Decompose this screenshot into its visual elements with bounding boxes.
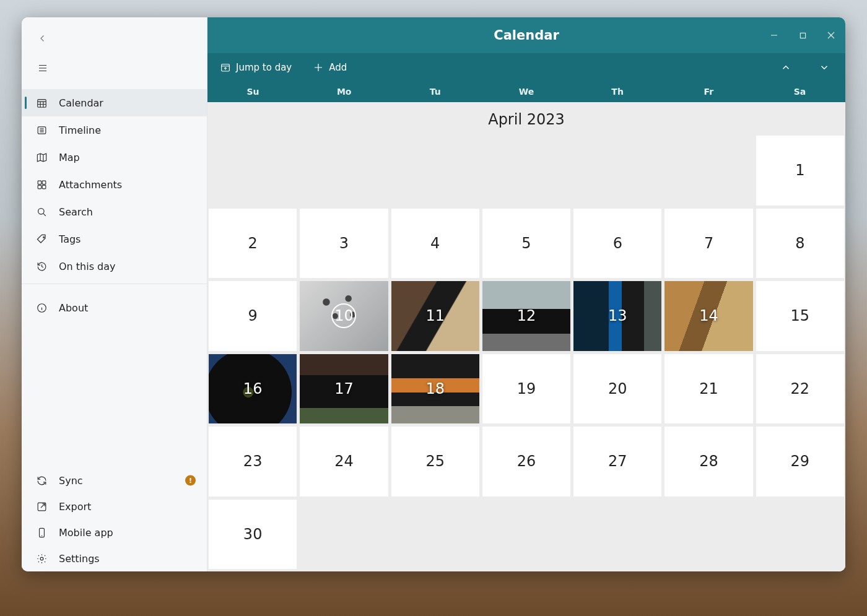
- sidebar-item-label: Settings: [59, 553, 100, 565]
- day-number: 1: [795, 162, 804, 179]
- svg-rect-12: [800, 33, 805, 38]
- month-label: April 2023: [207, 102, 845, 136]
- calendar-cell[interactable]: 5: [482, 209, 570, 279]
- day-number: 21: [699, 380, 718, 397]
- calendar-cell[interactable]: 17: [300, 354, 388, 424]
- day-number: 26: [517, 453, 536, 470]
- hamburger-icon: [37, 63, 48, 74]
- calendar-cell[interactable]: 2: [209, 209, 297, 279]
- titlebar: Calendar: [207, 17, 845, 53]
- close-button[interactable]: [817, 17, 845, 53]
- calendar-cell[interactable]: 8: [756, 209, 844, 279]
- calendar-cell[interactable]: 12: [482, 281, 570, 351]
- svg-point-11: [40, 557, 43, 560]
- tag-icon: [35, 233, 48, 245]
- calendar-cell[interactable]: 28: [664, 427, 752, 497]
- day-number: 29: [791, 453, 810, 470]
- day-number: 11: [425, 307, 445, 324]
- calendar-cell[interactable]: 18: [391, 354, 479, 424]
- svg-rect-2: [38, 181, 41, 184]
- calendar-cell[interactable]: 30: [209, 500, 297, 570]
- day-number: 30: [243, 526, 263, 543]
- svg-point-7: [43, 236, 44, 238]
- minimize-button[interactable]: [760, 17, 788, 53]
- day-number: 22: [791, 380, 810, 397]
- calendar-cell[interactable]: 14: [664, 281, 752, 351]
- calendar-cell[interactable]: 26: [482, 427, 570, 497]
- jump-to-day-button[interactable]: Jump to day: [216, 58, 295, 77]
- calendar-cell[interactable]: 23: [209, 427, 297, 497]
- sidebar-item-label: On this day: [59, 261, 116, 272]
- sync-badge: !: [185, 475, 196, 486]
- calendar-cell[interactable]: 21: [664, 354, 752, 424]
- calendar-grid: 1234567891011121314151617181920212223242…: [207, 136, 845, 571]
- calendar-cell[interactable]: 27: [573, 427, 661, 497]
- sidebar-item-sync[interactable]: Sync!: [22, 467, 207, 493]
- sync-icon: [35, 474, 48, 487]
- calendar-grid-icon: [35, 97, 48, 109]
- next-month-button[interactable]: [812, 62, 837, 73]
- sidebar-bottom: Sync!ExportMobile appSettings: [22, 467, 207, 571]
- calendar-cell[interactable]: 9: [209, 281, 297, 351]
- sidebar-item-on-this-day[interactable]: On this day: [22, 253, 207, 280]
- sidebar-item-attachments[interactable]: Attachments: [22, 171, 207, 198]
- calendar-cell[interactable]: 15: [756, 281, 844, 351]
- day-number: 28: [699, 453, 718, 470]
- svg-point-6: [38, 208, 44, 214]
- sidebar-item-label: Attachments: [59, 179, 122, 191]
- day-number: 25: [425, 453, 445, 470]
- day-number: 2: [248, 235, 258, 252]
- calendar-jump-icon: [220, 62, 231, 73]
- calendar-cell[interactable]: 22: [756, 354, 844, 424]
- hamburger-button[interactable]: [33, 58, 53, 78]
- sidebar-item-settings[interactable]: Settings: [22, 545, 207, 571]
- calendar-cell[interactable]: 3: [300, 209, 388, 279]
- calendar-cell[interactable]: 13: [573, 281, 661, 351]
- calendar-cell[interactable]: 19: [482, 354, 570, 424]
- calendar-cell[interactable]: 16: [209, 354, 297, 424]
- calendar-cell[interactable]: 6: [573, 209, 661, 279]
- window-title: Calendar: [207, 28, 845, 43]
- calendar-cell[interactable]: 7: [664, 209, 752, 279]
- jump-to-day-label: Jump to day: [236, 62, 292, 73]
- calendar-cell[interactable]: 25: [391, 427, 479, 497]
- sidebar-item-tags[interactable]: Tags: [22, 225, 207, 253]
- day-number: 4: [430, 235, 440, 252]
- sidebar-item-mobile-app[interactable]: Mobile app: [22, 519, 207, 545]
- maximize-button[interactable]: [788, 17, 817, 53]
- calendar-cell[interactable]: 11: [391, 281, 479, 351]
- add-button[interactable]: Add: [309, 58, 351, 77]
- sidebar-item-calendar[interactable]: Calendar: [22, 89, 207, 116]
- calendar-cell[interactable]: 1: [756, 136, 844, 206]
- day-header: Tu: [390, 81, 481, 102]
- day-number: 13: [608, 307, 627, 324]
- sidebar-item-timeline[interactable]: Timeline: [22, 116, 207, 144]
- calendar-cell[interactable]: 24: [300, 427, 388, 497]
- toolbar: Jump to day Add: [207, 53, 845, 81]
- calendar-cell[interactable]: 10: [300, 281, 388, 351]
- minimize-icon: [770, 32, 778, 39]
- calendar-cell[interactable]: 20: [573, 354, 661, 424]
- sidebar-item-label: Mobile app: [59, 527, 113, 539]
- map-icon: [35, 151, 48, 163]
- prev-month-button[interactable]: [773, 62, 798, 73]
- sidebar-item-map[interactable]: Map: [22, 144, 207, 171]
- calendar-cell[interactable]: 4: [391, 209, 479, 279]
- main-pane: Calendar Jump to day: [207, 17, 845, 571]
- calendar-cell-empty: [209, 136, 297, 206]
- sidebar-nav: CalendarTimelineMapAttachmentsSearchTags…: [22, 89, 207, 280]
- close-icon: [827, 32, 835, 39]
- history-icon: [35, 260, 48, 272]
- sidebar-item-export[interactable]: Export: [22, 493, 207, 519]
- sidebar-item-label: Tags: [59, 233, 81, 245]
- day-number: 17: [334, 380, 354, 397]
- back-button[interactable]: [33, 28, 53, 48]
- day-number: 8: [795, 235, 804, 252]
- sidebar-item-search[interactable]: Search: [22, 198, 207, 225]
- day-number: 16: [243, 380, 263, 397]
- calendar-cell[interactable]: 29: [756, 427, 844, 497]
- sidebar-nav-about: About: [22, 294, 207, 321]
- sidebar-item-about[interactable]: About: [22, 294, 207, 321]
- day-header: Mo: [298, 81, 390, 102]
- calendar-cell-empty: [391, 136, 479, 206]
